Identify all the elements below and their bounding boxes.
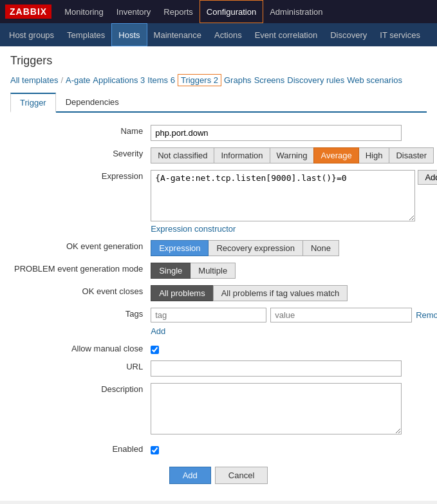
ok-event-closes-group: All problems All problems if tag values …: [151, 285, 437, 301]
nav-event-correlation[interactable]: Event correlation: [248, 23, 324, 46]
description-row: Description: [10, 380, 437, 440]
add-button[interactable]: Add: [169, 467, 211, 484]
ok-event-gen-expression[interactable]: Expression: [151, 240, 209, 256]
allow-manual-close-label: Allow manual close: [10, 339, 147, 357]
name-input[interactable]: [151, 125, 402, 141]
ok-event-gen-row: OK event generation Expression Recovery …: [10, 237, 437, 259]
ok-event-gen-recovery[interactable]: Recovery expression: [208, 240, 302, 256]
enabled-checkbox[interactable]: [151, 446, 159, 454]
nav-actions[interactable]: Actions: [208, 23, 248, 46]
tag-name-input[interactable]: [151, 308, 266, 322]
url-row: URL: [10, 357, 437, 380]
page-content: Triggers All templates / A-gate Applicat…: [0, 46, 437, 501]
expression-add-button[interactable]: Add: [418, 170, 437, 185]
description-label: Description: [10, 380, 147, 440]
expression-wrap: {A-gate:net.tcp.listen[9000].last()}=0 A…: [151, 170, 437, 221]
logo: ZABBIX: [5, 5, 51, 19]
breadcrumb-all-templates[interactable]: All templates: [10, 75, 58, 85]
nav-administration[interactable]: Administration: [263, 0, 329, 23]
breadcrumb-web-scenarios[interactable]: Web scenarios: [347, 75, 402, 85]
problem-event-group: Single Multiple: [151, 263, 437, 279]
nav-reports[interactable]: Reports: [157, 0, 200, 23]
description-textarea[interactable]: [151, 383, 402, 434]
severity-label: Severity: [10, 144, 147, 167]
breadcrumb: All templates / A-gate Applications 3 It…: [10, 74, 427, 86]
severity-group: Not classified Information Warning Avera…: [151, 147, 437, 163]
nav-host-groups[interactable]: Host groups: [3, 23, 60, 46]
nav-hosts[interactable]: Hosts: [111, 23, 147, 46]
problem-event-single[interactable]: Single: [151, 263, 191, 279]
ok-closes-tag-match[interactable]: All problems if tag values match: [213, 285, 348, 301]
tab-bar: Trigger Dependencies: [10, 93, 427, 113]
problem-event-label: PROBLEM event generation mode: [10, 259, 147, 282]
name-row: Name: [10, 122, 437, 144]
severity-row: Severity Not classified Information Warn…: [10, 144, 437, 167]
nav-it-services[interactable]: IT services: [373, 23, 427, 46]
nav-inventory[interactable]: Inventory: [110, 0, 157, 23]
url-label: URL: [10, 357, 147, 380]
breadcrumb-graphs[interactable]: Graphs: [224, 75, 252, 85]
expression-textarea[interactable]: {A-gate:net.tcp.listen[9000].last()}=0: [151, 170, 415, 221]
tags-label: Tags: [10, 304, 147, 339]
url-input[interactable]: [151, 360, 402, 377]
breadcrumb-agate[interactable]: A-gate: [66, 75, 90, 85]
tab-trigger[interactable]: Trigger: [10, 93, 56, 113]
ok-event-gen-group: Expression Recovery expression None: [151, 240, 437, 256]
nav-maintenance[interactable]: Maintenance: [147, 23, 208, 46]
problem-event-row: PROBLEM event generation mode Single Mul…: [10, 259, 437, 282]
expression-label: Expression: [10, 167, 147, 237]
severity-information[interactable]: Information: [214, 147, 270, 163]
bottom-buttons: Add Cancel: [10, 458, 427, 493]
tags-row: Tags Remove Add: [10, 304, 437, 339]
breadcrumb-screens[interactable]: Screens: [254, 75, 285, 85]
ok-event-gen-none[interactable]: None: [302, 240, 339, 256]
name-label: Name: [10, 122, 147, 144]
breadcrumb-triggers[interactable]: Triggers 2: [178, 74, 221, 86]
tags-input-row: Remove: [151, 308, 437, 322]
nav-configuration[interactable]: Configuration: [200, 0, 263, 23]
enabled-label: Enabled: [10, 440, 147, 458]
nav-monitoring[interactable]: Monitoring: [58, 0, 110, 23]
allow-manual-close-checkbox[interactable]: [151, 346, 159, 354]
ok-event-closes-row: OK event closes All problems All problem…: [10, 282, 437, 304]
page-title: Triggers: [10, 54, 427, 68]
severity-average[interactable]: Average: [313, 147, 358, 163]
severity-high[interactable]: High: [358, 147, 390, 163]
remove-tag-link[interactable]: Remove: [416, 310, 437, 320]
tag-value-input[interactable]: [270, 308, 412, 322]
severity-disaster[interactable]: Disaster: [389, 147, 434, 163]
second-navigation: Host groups Templates Hosts Maintenance …: [0, 23, 437, 46]
nav-discovery[interactable]: Discovery: [324, 23, 373, 46]
add-tag-link[interactable]: Add: [151, 326, 165, 336]
top-navigation: ZABBIX Monitoring Inventory Reports Conf…: [0, 0, 437, 23]
nav-templates[interactable]: Templates: [60, 23, 111, 46]
ok-event-closes-label: OK event closes: [10, 282, 147, 304]
breadcrumb-items[interactable]: Items 6: [147, 75, 175, 85]
severity-not-classified[interactable]: Not classified: [151, 147, 214, 163]
ok-closes-all-problems[interactable]: All problems: [151, 285, 214, 301]
trigger-form: Name Severity Not classified Information…: [10, 122, 437, 458]
cancel-button[interactable]: Cancel: [215, 467, 268, 484]
problem-event-multiple[interactable]: Multiple: [190, 263, 236, 279]
allow-manual-close-row: Allow manual close: [10, 339, 437, 357]
ok-event-gen-label: OK event generation: [10, 237, 147, 259]
expression-constructor-link[interactable]: Expression constructor: [151, 224, 236, 234]
enabled-row: Enabled: [10, 440, 437, 458]
breadcrumb-discovery-rules[interactable]: Discovery rules: [287, 75, 344, 85]
severity-warning[interactable]: Warning: [270, 147, 315, 163]
tab-dependencies[interactable]: Dependencies: [56, 93, 129, 111]
expression-row: Expression {A-gate:net.tcp.listen[9000].…: [10, 167, 437, 237]
breadcrumb-applications[interactable]: Applications 3: [93, 75, 145, 85]
